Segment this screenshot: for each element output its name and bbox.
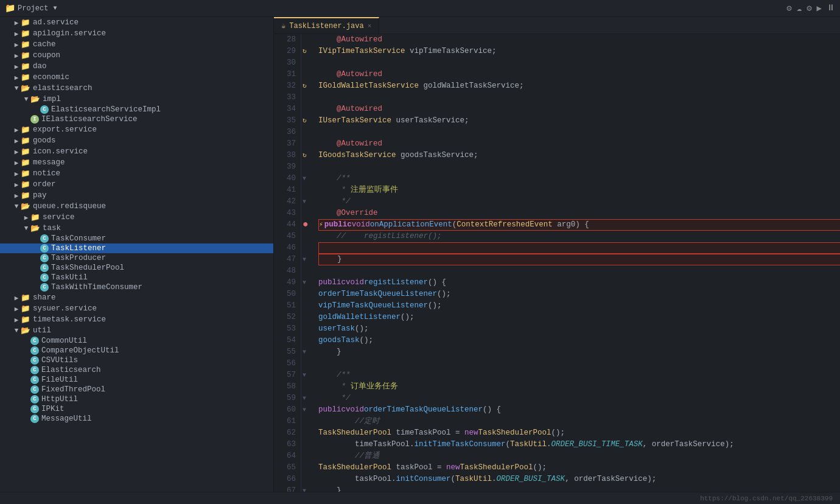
fold-icon[interactable]: ▼ [303,349,306,355]
run-icon[interactable]: ▶ [817,3,822,13]
tree-arrow-share[interactable]: ▶ [12,294,21,302]
fold-icon[interactable]: ▼ [303,372,306,379]
sidebar-item-FileUtil[interactable]: CFileUtil [0,375,273,385]
line-num-60: 60 [281,404,296,416]
sidebar-item-CSVUtils[interactable]: CCSVUtils [0,355,273,365]
tree-arrow-task[interactable]: ▼ [22,225,30,232]
folder-icon-cache: 📁 [21,40,30,49]
sidebar-item-TaskUtil[interactable]: CTaskUtil [0,273,273,282]
title-actions: ⚙ ☁ ⚙ ▶ ⏸ [786,3,835,13]
tree-label-TaskListener: TaskListener [51,244,106,253]
sidebar-item-ad-service[interactable]: ▶📁ad.service [0,17,273,28]
tree-arrow-message[interactable]: ▶ [12,159,21,167]
code-line-35: IUserTaskService userTaskService; [318,115,840,127]
tree-arrow-export-service[interactable]: ▶ [12,126,21,134]
project-sidebar[interactable]: ▶📁ad.service▶📁apilogin.service▶📁cache▶📁c… [0,17,274,492]
sidebar-item-elasticsearch[interactable]: ▼📂elasticsearch [0,83,273,94]
tree-arrow-util[interactable]: ▼ [12,327,21,334]
tree-arrow-elasticsearch[interactable]: ▼ [12,85,21,92]
fold-icon[interactable]: ▼ [303,256,306,263]
tree-arrow-timetask-service[interactable]: ▶ [12,316,21,324]
tree-arrow-notice[interactable]: ▶ [12,170,21,178]
fold-icon[interactable]: ▼ [303,395,306,402]
tree-arrow-dao[interactable]: ▶ [12,63,21,71]
tree-arrow-economic[interactable]: ▶ [12,74,21,82]
sidebar-item-TaskListener[interactable]: CTaskListener [0,243,273,253]
tree-arrow-queue-redisqueue[interactable]: ▼ [12,203,21,210]
sidebar-item-TaskConsumer[interactable]: CTaskConsumer [0,234,273,243]
sidebar-item-Elasticsearch[interactable]: CElasticsearch [0,365,273,375]
sidebar-item-export-service[interactable]: ▶📁export.service [0,124,273,135]
sidebar-item-order[interactable]: ▶📁order [0,179,273,190]
title-dropdown[interactable]: ▼ [53,5,57,12]
fold-icon[interactable]: ▼ [303,488,306,492]
tree-arrow-pay[interactable]: ▶ [12,192,21,200]
sidebar-item-IElasticsearchService[interactable]: IIElasticsearchService [0,114,273,124]
tree-arrow-service[interactable]: ▶ [22,214,30,222]
sidebar-item-util[interactable]: ▼📂util [0,325,273,336]
tree-label-dao: dao [33,62,47,71]
tree-arrow-impl[interactable]: ▼ [22,96,30,103]
folder-icon-share: 📁 [21,293,30,303]
tree-arrow-icon-service[interactable]: ▶ [12,148,21,156]
sidebar-item-goods[interactable]: ▶📁goods [0,135,273,146]
sidebar-item-sysuer-service[interactable]: ▶📁sysuer.service [0,303,273,314]
tree-arrow-coupon[interactable]: ▶ [12,52,21,60]
sidebar-item-apilogin-service[interactable]: ▶📁apilogin.service [0,28,273,39]
sidebar-item-cache[interactable]: ▶📁cache [0,39,273,50]
sidebar-item-dao[interactable]: ▶📁dao [0,61,273,72]
sidebar-item-HttpUtil[interactable]: CHttpUtil [0,394,273,404]
sidebar-item-coupon[interactable]: ▶📁coupon [0,50,273,61]
sidebar-item-queue-redisqueue[interactable]: ▼📂queue.redisqueue [0,201,273,212]
sidebar-item-economic[interactable]: ▶📁economic [0,72,273,83]
tree-arrow-sysuer-service[interactable]: ▶ [12,305,21,313]
sidebar-item-TaskShedulerPool[interactable]: CTaskShedulerPool [0,263,273,273]
tree-arrow-apilogin-service[interactable]: ▶ [12,30,21,38]
tab-close-button[interactable]: × [368,23,372,30]
csdn-link: https://blog.csdn.net/qq_22638399 [700,495,833,502]
pause-icon[interactable]: ⏸ [827,3,835,13]
tab-tasklistener[interactable]: ☕ TaskListener.java × [274,17,379,33]
sidebar-item-timetask-service[interactable]: ▶📁timetask.service [0,314,273,325]
tree-arrow-goods[interactable]: ▶ [12,137,21,145]
line-num-28: 28 [281,34,296,46]
sync-icon[interactable]: ☁ [797,3,802,13]
fold-icon[interactable]: ▼ [303,279,306,286]
line-num-55: 55 [281,346,296,358]
code-area[interactable]: @Autowired IVipTimeTaskService vipTimeTa… [313,34,840,492]
sidebar-item-TaskWithTimeConsumer[interactable]: CTaskWithTimeConsumer [0,282,273,292]
sidebar-item-MessageUtil[interactable]: CMessageUtil [0,414,273,424]
tree-label-FixedThredPool: FixedThredPool [41,385,105,394]
sidebar-item-ElasticsearchServiceImpl[interactable]: CElasticsearchServiceImpl [0,105,273,114]
build-icon[interactable]: ⚙ [807,3,811,13]
tree-arrow-order[interactable]: ▶ [12,181,21,189]
code-line-49: public void registListener() { [318,277,840,289]
sidebar-item-icon-service[interactable]: ▶📁icon.service [0,146,273,157]
sidebar-item-TaskProducer[interactable]: CTaskProducer [0,253,273,263]
sidebar-item-CompareObjectUtil[interactable]: CCompareObjectUtil [0,346,273,355]
tree-label-TaskWithTimeConsumer: TaskWithTimeConsumer [51,283,142,292]
sidebar-item-service[interactable]: ▶📁service [0,212,273,223]
code-line-33 [318,92,840,103]
sidebar-item-share[interactable]: ▶📁share [0,292,273,303]
settings-icon[interactable]: ⚙ [786,3,791,13]
sidebar-item-CommonUtil[interactable]: CCommonUtil [0,336,273,346]
fold-icon[interactable]: ▼ [303,198,306,205]
sidebar-item-IPKit[interactable]: CIPKit [0,404,273,414]
fold-icon[interactable]: ▼ [303,175,306,182]
sidebar-item-notice[interactable]: ▶📁notice [0,168,273,179]
sidebar-item-FixedThredPool[interactable]: CFixedThredPool [0,385,273,394]
sidebar-item-task[interactable]: ▼📂task [0,223,273,234]
code-editor[interactable]: 2829303132333435363738394041424344454647… [274,34,840,492]
sidebar-item-message[interactable]: ▶📁message [0,157,273,168]
fold-icon[interactable]: ▼ [303,407,306,413]
tree-arrow-ad-service[interactable]: ▶ [12,19,21,27]
breakpoint-icon[interactable]: ● [303,219,309,230]
sidebar-item-pay[interactable]: ▶📁pay [0,190,273,201]
tree-arrow-cache[interactable]: ▶ [12,41,21,49]
line-num-34: 34 [281,103,296,115]
class-i-icon-IElasticsearchService: I [30,115,39,124]
tree-label-TaskProducer: TaskProducer [51,254,106,262]
sidebar-item-impl[interactable]: ▼📂impl [0,94,273,105]
tree-label-timetask-service: timetask.service [33,315,106,324]
